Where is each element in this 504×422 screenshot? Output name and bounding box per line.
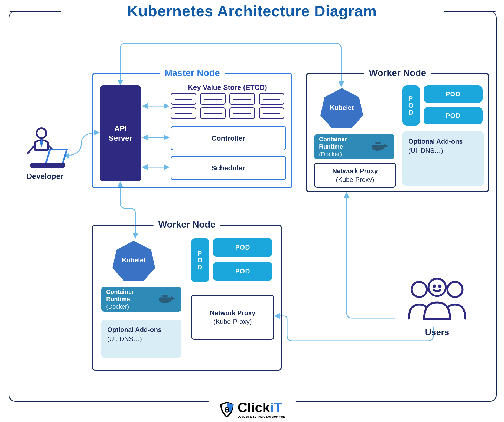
svg-point-18 — [428, 279, 446, 296]
addons-sub: (UI, DNS…) — [107, 334, 175, 344]
pod-box: POD — [424, 107, 483, 124]
runtime-sub: (Docker) — [319, 150, 368, 158]
svg-rect-22 — [225, 409, 228, 412]
users-icon — [402, 275, 472, 324]
svg-rect-6 — [378, 142, 380, 144]
addons-box: Optional Add-ons (UI, DNS…) — [402, 131, 484, 186]
netproxy-sub: (Kube-Proxy) — [336, 175, 374, 184]
pod-vertical: POD — [191, 238, 209, 282]
netproxy-sub: (Kube-Proxy) — [213, 317, 252, 326]
developer-actor: Developer — [15, 126, 75, 181]
brand-logo: ClickiT DevOps & Software Development — [208, 401, 295, 418]
scheduler-box: Scheduler — [171, 156, 286, 180]
pod-vertical: POD — [402, 85, 420, 126]
container-runtime-box: Container Runtime (Docker) — [101, 287, 181, 312]
svg-rect-13 — [165, 295, 167, 297]
pod-box: POD — [213, 262, 272, 281]
etcd-icon — [229, 93, 255, 105]
logo-brand-a: Click — [238, 400, 270, 415]
svg-rect-12 — [162, 295, 165, 297]
network-proxy-box: Network Proxy (Kube-Proxy) — [191, 295, 274, 340]
etcd-label: Key Value Store (ETCD) — [171, 83, 284, 92]
etcd-icon — [200, 107, 226, 119]
netproxy-title: Network Proxy — [332, 167, 378, 175]
users-actor: Users — [396, 275, 478, 337]
network-proxy-box: Network Proxy (Kube-Proxy) — [314, 163, 396, 188]
worker-node-bottom-label: Worker Node — [154, 219, 220, 230]
addons-title: Optional Add-ons — [107, 325, 175, 334]
api-server-label: API Server — [109, 124, 132, 143]
master-node-label: Master Node — [160, 68, 225, 78]
etcd-icon — [259, 107, 285, 119]
addons-sub: (UI, DNS…) — [408, 146, 478, 155]
docker-icon — [158, 292, 177, 306]
pod-box: POD — [424, 85, 483, 103]
container-runtime-box: Container Runtime (Docker) — [314, 134, 394, 159]
controller-box: Controller — [171, 126, 286, 150]
etcd-icon — [200, 93, 226, 105]
netproxy-title: Network Proxy — [210, 309, 255, 317]
svg-point-17 — [447, 282, 463, 297]
kubelet-label: Kubelet — [319, 104, 365, 111]
docker-icon — [370, 140, 389, 153]
etcd-icon — [171, 107, 196, 119]
etcd-icon-group — [171, 93, 284, 119]
runtime-sub: (Docker) — [106, 303, 155, 311]
diagram-title: Kubernetes Architecture Diagram — [0, 2, 504, 20]
worker-node-top-label: Worker Node — [364, 68, 431, 78]
svg-point-16 — [412, 282, 427, 297]
runtime-title: Container Runtime — [106, 288, 155, 303]
svg-point-19 — [434, 285, 435, 287]
kubelet-heptagon: Kubelet — [111, 240, 157, 281]
addons-title: Optional Add-ons — [408, 137, 478, 146]
shield-icon — [219, 401, 234, 418]
svg-point-14 — [37, 128, 46, 138]
svg-rect-5 — [375, 142, 378, 144]
svg-rect-15 — [31, 163, 64, 167]
etcd-icon — [229, 107, 255, 119]
developer-label: Developer — [15, 172, 75, 181]
etcd-icon — [171, 93, 196, 105]
developer-icon — [22, 126, 68, 169]
logo-tagline: DevOps & Software Development — [238, 415, 285, 418]
kubelet-label: Kubelet — [111, 256, 157, 264]
pod-box: POD — [213, 238, 272, 257]
addons-box: Optional Add-ons (UI, DNS…) — [101, 320, 181, 358]
kubelet-heptagon: Kubelet — [319, 87, 365, 128]
svg-point-20 — [439, 285, 441, 287]
users-label: Users — [396, 327, 478, 337]
api-server-box: API Server — [100, 85, 141, 181]
runtime-title: Container Runtime — [319, 136, 368, 150]
logo-brand-b: iT — [270, 400, 282, 415]
etcd-icon — [259, 93, 285, 105]
